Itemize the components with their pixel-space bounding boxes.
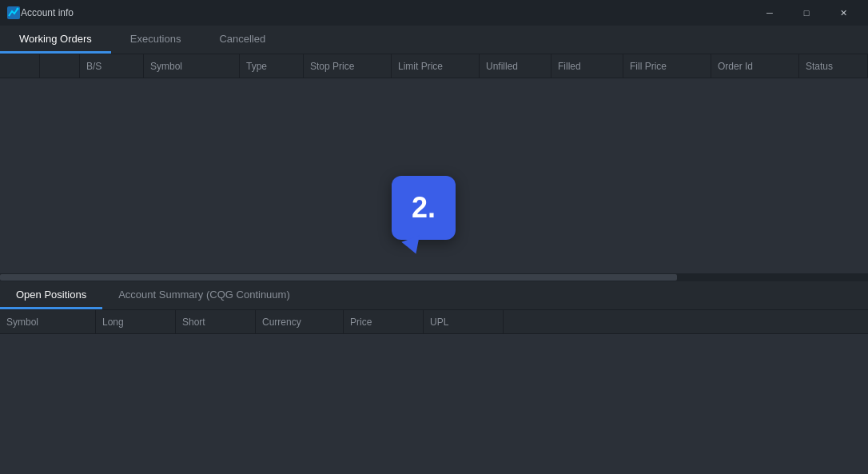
svg-point-1 (17, 8, 19, 10)
bottom-section: Open Positions Account Summary (CQG Cont… (0, 281, 868, 474)
bottom-content (0, 334, 868, 474)
bottom-col-symbol: Symbol (0, 310, 96, 333)
main-layout: Working Orders Executions Cancelled B/S … (0, 26, 868, 474)
col-header-type: Type (240, 54, 304, 78)
title-bar: Account info ─ □ ✕ (0, 0, 868, 26)
col-header-bs: B/S (80, 54, 144, 78)
tab-executions[interactable]: Executions (111, 26, 201, 54)
close-button[interactable]: ✕ (825, 0, 862, 26)
scrollbar-thumb[interactable] (0, 274, 677, 281)
window-controls: ─ □ ✕ (751, 0, 862, 26)
col-header-stop-price: Stop Price (304, 54, 392, 78)
working-orders-headers: B/S Symbol Type Stop Price Limit Price U… (0, 54, 868, 78)
tab-cancelled[interactable]: Cancelled (200, 26, 285, 54)
tab-account-summary[interactable]: Account Summary (CQG Continuum) (102, 281, 306, 309)
bottom-col-upl: UPL (424, 310, 504, 333)
col-header-order-id: Order Id (711, 54, 799, 78)
bottom-tabs: Open Positions Account Summary (CQG Cont… (0, 281, 868, 310)
minimize-button[interactable]: ─ (751, 0, 788, 26)
horizontal-scrollbar[interactable] (0, 273, 868, 281)
app-icon (6, 6, 21, 20)
col-header-symbol: Symbol (144, 54, 240, 78)
col-header-filled: Filled (551, 54, 623, 78)
bottom-col-long: Long (96, 310, 176, 333)
col-header-limit-price: Limit Price (392, 54, 480, 78)
tutorial-badge: 2. (392, 176, 456, 240)
window-title: Account info (21, 7, 751, 18)
bottom-col-short: Short (176, 310, 256, 333)
col-header-chk (0, 54, 40, 78)
maximize-button[interactable]: □ (788, 0, 825, 26)
bottom-col-price: Price (344, 310, 424, 333)
bottom-col-currency: Currency (256, 310, 344, 333)
col-header-status: Status (799, 54, 868, 78)
bottom-col-headers: Symbol Long Short Currency Price UPL (0, 310, 868, 334)
tab-open-positions[interactable]: Open Positions (0, 281, 102, 309)
col-header-unfilled: Unfilled (480, 54, 551, 78)
tab-working-orders[interactable]: Working Orders (0, 26, 111, 54)
main-tabs: Working Orders Executions Cancelled (0, 26, 868, 54)
col-header-fill-price: Fill Price (623, 54, 711, 78)
col-header-x (40, 54, 80, 78)
